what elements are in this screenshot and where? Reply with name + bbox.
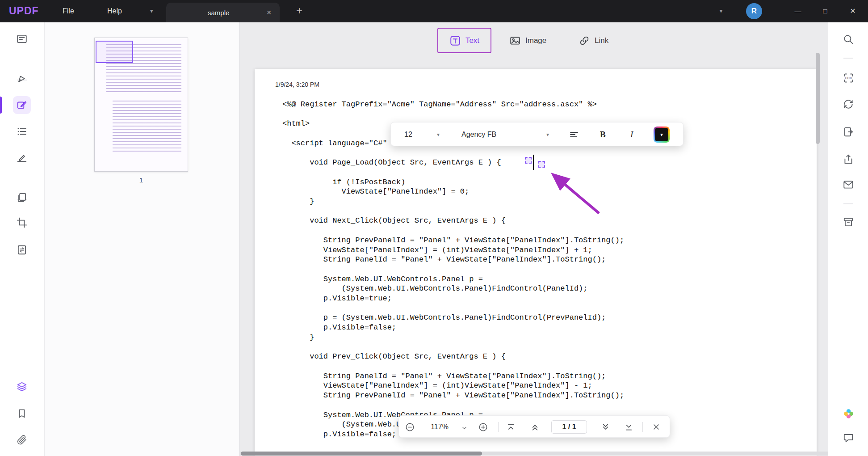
font-size-chevron-icon[interactable]: ▾	[437, 122, 440, 147]
edit-pdf-tool-icon[interactable]	[13, 96, 31, 114]
text-tool-button[interactable]: Text	[437, 28, 491, 53]
image-tool-label: Image	[525, 36, 546, 45]
text-caret	[533, 155, 534, 170]
link-tool-label: Link	[595, 36, 608, 45]
italic-button[interactable]: I	[630, 122, 633, 147]
active-tool-indicator	[0, 97, 2, 114]
svg-text:OCR: OCR	[845, 76, 852, 80]
tab-close-icon[interactable]: ✕	[264, 8, 273, 17]
font-size-select[interactable]: 12	[404, 122, 412, 147]
compress-convert-icon[interactable]	[839, 95, 857, 113]
email-icon[interactable]	[839, 176, 857, 194]
search-icon[interactable]	[839, 30, 857, 48]
left-toolbar	[0, 22, 44, 456]
horizontal-scrollbar-thumb[interactable]	[241, 452, 482, 456]
sidebar-divider	[843, 203, 853, 204]
align-button[interactable]	[569, 129, 579, 140]
link-tool-icon	[579, 35, 590, 46]
menu-help[interactable]: Help	[102, 0, 127, 22]
reader-mode-icon[interactable]	[13, 30, 31, 48]
maximize-button[interactable]: □	[818, 0, 832, 22]
tab-title: sample	[172, 9, 264, 17]
vertical-scrollbar-thumb[interactable]	[816, 53, 820, 144]
share-icon[interactable]	[839, 150, 857, 168]
tab-list-chevron-icon[interactable]: ▾	[150, 0, 153, 22]
font-color-chevron-icon: ▾	[655, 128, 668, 141]
bold-button[interactable]: B	[600, 122, 606, 147]
save-archive-icon[interactable]	[839, 213, 857, 231]
sidebar-divider	[843, 58, 853, 59]
close-pager-icon[interactable]	[651, 422, 662, 432]
menu-file[interactable]: File	[57, 0, 80, 22]
document-timestamp-text[interactable]: 1/9/24, 3:20 PM	[275, 81, 319, 88]
first-page-icon[interactable]	[505, 422, 516, 432]
thumbnail-viewport-box[interactable]	[96, 41, 133, 63]
font-family-chevron-icon[interactable]: ▾	[546, 122, 549, 147]
zoom-level-select[interactable]: 117%	[424, 416, 456, 438]
minimize-button[interactable]: —	[791, 0, 805, 22]
crop-tool-icon[interactable]	[13, 214, 31, 232]
next-page-icon[interactable]	[600, 422, 611, 432]
textbox-handle-top-left[interactable]	[525, 157, 532, 164]
zoom-out-icon[interactable]	[404, 422, 415, 432]
text-tool-label: Text	[465, 36, 479, 45]
zoom-chevron-icon[interactable]	[459, 422, 470, 433]
zoom-in-icon[interactable]	[478, 422, 488, 432]
feedback-chat-icon[interactable]	[839, 429, 857, 447]
new-tab-button[interactable]: +	[294, 0, 305, 22]
updf-logo: UPDF	[9, 5, 39, 17]
link-tool-button[interactable]: Link	[579, 28, 608, 53]
right-toolbar: OCR	[828, 22, 868, 456]
font-family-select[interactable]: Agency FB	[461, 122, 496, 147]
page-indicator-input[interactable]: 1 / 1	[551, 420, 587, 434]
thumbnail-content	[113, 101, 181, 153]
title-bar: UPDF File Help ▾ sample ✕ + ▾ R — □ ✕	[0, 0, 868, 22]
align-lines-icon	[570, 132, 578, 137]
user-avatar[interactable]: R	[746, 3, 762, 19]
organize-pages-tool-icon[interactable]	[13, 189, 31, 207]
text-format-toolbar: 12 ▾ Agency FB ▾ B I ▾	[390, 122, 683, 146]
font-color-button[interactable]: ▾	[654, 127, 670, 143]
layers-tool-icon[interactable]	[13, 378, 31, 396]
image-tool-icon	[509, 35, 521, 46]
thumbnail-panel: 1	[45, 22, 240, 456]
updf-window: UPDF File Help ▾ sample ✕ + ▾ R — □ ✕	[0, 0, 868, 456]
community-flower-icon[interactable]	[839, 405, 857, 422]
toolbar-separator	[642, 422, 643, 432]
export-page-icon[interactable]	[839, 123, 857, 141]
fill-sign-tool-icon[interactable]	[13, 149, 31, 167]
last-page-icon[interactable]	[623, 422, 634, 432]
document-code-text[interactable]: <%@ Register TagPrefix="Acme" TagName="A…	[282, 100, 624, 439]
convert-tool-icon[interactable]	[13, 241, 31, 259]
window-chevron-icon[interactable]: ▾	[716, 0, 726, 22]
page-thumbnail[interactable]	[94, 38, 188, 172]
ocr-icon[interactable]: OCR	[839, 69, 857, 87]
previous-page-icon[interactable]	[529, 422, 540, 432]
annotation-arrow	[541, 165, 608, 219]
toolbar-separator	[498, 422, 499, 432]
textbox-handle-bottom-right[interactable]	[538, 161, 545, 168]
page-navigation-toolbar: 117% 1 / 1	[398, 415, 670, 438]
close-button[interactable]: ✕	[846, 0, 860, 22]
text-tool-icon	[449, 35, 461, 46]
image-tool-button[interactable]: Image	[509, 28, 546, 53]
annotate-tool-icon[interactable]	[13, 70, 31, 88]
attachment-tool-icon[interactable]	[13, 431, 31, 449]
thumbnail-page-number: 1	[94, 176, 188, 184]
bookmark-tool-icon[interactable]	[13, 405, 31, 422]
toc-tool-icon[interactable]	[13, 122, 31, 140]
document-tab[interactable]: sample ✕	[166, 3, 280, 22]
